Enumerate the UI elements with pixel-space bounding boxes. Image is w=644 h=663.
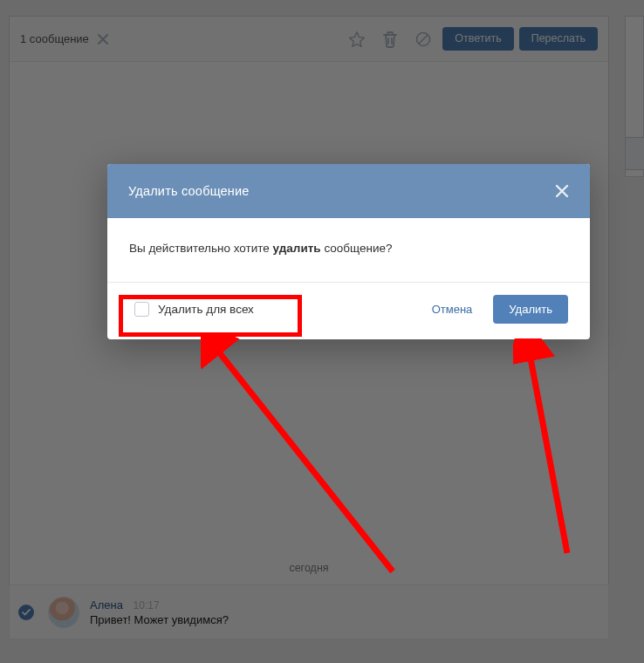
delete-button[interactable]: Удалить bbox=[493, 295, 568, 324]
dialog-header: Удалить сообщение bbox=[107, 164, 590, 218]
confirm-text-suffix: сообщение? bbox=[321, 242, 393, 255]
confirm-text-bold: удалить bbox=[273, 242, 321, 255]
dialog-title: Удалить сообщение bbox=[128, 184, 250, 198]
delete-for-all-label: Удалить для всех bbox=[158, 303, 254, 316]
delete-for-all-checkbox[interactable]: Удалить для всех bbox=[129, 295, 263, 324]
dialog-body: Вы действительно хотите удалить сообщени… bbox=[107, 218, 590, 282]
checkbox-box bbox=[134, 302, 149, 317]
confirm-text-prefix: Вы действительно хотите bbox=[129, 242, 273, 255]
close-icon[interactable] bbox=[555, 184, 569, 198]
cancel-button[interactable]: Отмена bbox=[420, 295, 485, 324]
dialog-actions: Отмена Удалить bbox=[420, 295, 568, 324]
delete-message-dialog: Удалить сообщение Вы действительно хотит… bbox=[107, 164, 590, 339]
dialog-footer: Удалить для всех Отмена Удалить bbox=[107, 282, 590, 339]
